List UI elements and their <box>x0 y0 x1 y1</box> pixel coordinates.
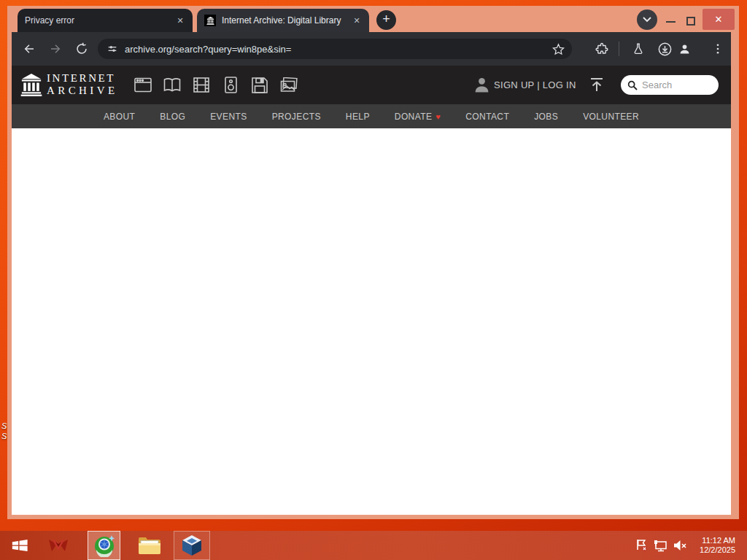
system-tray: 11:12 AM 12/2/2025 <box>635 531 735 560</box>
desktop-icon-label-fragment: S <box>1 432 7 440</box>
video-icon[interactable] <box>193 77 210 93</box>
desktop-icon-label-fragment: S <box>1 421 7 430</box>
internet-archive-navbar: ABOUT BLOG EVENTS PROJECTS HELP DONATE♥ … <box>12 104 731 128</box>
tab-title: Privacy error <box>25 15 174 26</box>
clock-date: 12/2/2025 <box>693 545 735 555</box>
search-input[interactable] <box>642 79 708 90</box>
network-status-icon[interactable] <box>654 540 667 552</box>
browser-titlebar: Privacy error ✕ Internet Archive: Digita… <box>7 6 739 32</box>
nav-item-contact[interactable]: CONTACT <box>465 112 509 122</box>
maximize-button[interactable] <box>686 17 695 26</box>
action-center-flag-icon[interactable] <box>635 539 648 552</box>
windows-logo-icon <box>11 537 28 554</box>
page-content-blank <box>12 128 731 515</box>
folder-icon <box>138 536 161 555</box>
wordmark-line1: INTERNET <box>47 72 117 85</box>
nav-item-volunteer[interactable]: VOLUNTEER <box>583 112 639 122</box>
desktop: S S Privacy error ✕ Internet Archive: Di… <box>0 0 747 560</box>
internet-archive-header: INTERNET ARCHIVE <box>12 66 731 104</box>
tab-internet-archive[interactable]: Internet Archive: Digital Library ✕ <box>197 9 369 32</box>
audio-icon[interactable] <box>222 77 239 93</box>
back-icon[interactable] <box>20 40 38 58</box>
menu-kebab-icon[interactable] <box>709 40 727 58</box>
taskbar: 11:12 AM 12/2/2025 <box>0 531 747 560</box>
tab-privacy-error[interactable]: Privacy error ✕ <box>18 9 193 32</box>
minimize-button[interactable] <box>666 21 676 23</box>
reload-icon[interactable] <box>73 40 90 58</box>
nav-item-help[interactable]: HELP <box>346 112 370 122</box>
nav-item-projects[interactable]: PROJECTS <box>272 112 321 122</box>
nav-item-jobs[interactable]: JOBS <box>534 112 558 122</box>
texts-icon[interactable] <box>163 77 181 93</box>
labs-flask-icon[interactable] <box>630 40 647 58</box>
tab-close-icon[interactable]: ✕ <box>174 14 187 27</box>
site-settings-icon[interactable] <box>107 43 118 55</box>
url-text[interactable]: archive.org/search?query=win8pe&sin= <box>125 44 552 55</box>
browser-window: Privacy error ✕ Internet Archive: Digita… <box>7 6 739 519</box>
close-window-button[interactable]: ✕ <box>703 9 735 30</box>
web-icon[interactable] <box>134 77 152 93</box>
taskbar-app-red-button[interactable] <box>42 531 74 560</box>
software-icon[interactable] <box>251 77 268 93</box>
taskbar-clock[interactable]: 11:12 AM 12/2/2025 <box>693 536 735 555</box>
start-button[interactable] <box>4 531 35 560</box>
nav-item-about[interactable]: ABOUT <box>104 112 135 122</box>
page-viewport: INTERNET ARCHIVE <box>12 66 731 515</box>
virtualbox-cube-icon <box>182 534 202 556</box>
upload-icon[interactable] <box>588 76 605 93</box>
clock-time: 11:12 AM <box>693 536 735 545</box>
tab-search-button[interactable] <box>637 9 657 30</box>
signup-login-link[interactable]: SIGN UP | LOG IN <box>494 66 576 104</box>
heart-icon: ♥ <box>436 112 441 121</box>
wordmark-line2: ARCHIVE <box>47 85 117 97</box>
new-tab-button[interactable]: + <box>376 10 396 30</box>
taskbar-browser-button[interactable] <box>88 531 120 560</box>
profile-icon[interactable] <box>676 40 693 58</box>
account-person-icon[interactable] <box>473 75 491 94</box>
address-bar[interactable]: archive.org/search?query=win8pe&sin= <box>98 39 572 59</box>
bookmark-star-icon[interactable] <box>552 43 565 55</box>
browser-toolbar: archive.org/search?query=win8pe&sin= <box>12 32 731 66</box>
internet-archive-wordmark[interactable]: INTERNET ARCHIVE <box>47 72 117 97</box>
volume-muted-icon[interactable] <box>673 540 687 551</box>
nav-item-donate[interactable]: DONATE♥ <box>395 112 441 122</box>
red-app-icon <box>47 536 69 555</box>
chevron-down-icon <box>643 17 651 23</box>
search-icon <box>627 79 638 91</box>
toolbar-separator <box>619 42 619 56</box>
nav-item-events[interactable]: EVENTS <box>210 112 247 122</box>
images-icon[interactable] <box>280 77 298 93</box>
downloads-icon[interactable] <box>656 40 673 58</box>
site-search-box[interactable] <box>621 75 719 95</box>
taskbar-file-explorer-button[interactable] <box>133 531 166 560</box>
forward-icon[interactable] <box>47 40 64 58</box>
internet-archive-favicon <box>204 15 216 26</box>
media-type-icons <box>134 77 298 93</box>
donate-label: DONATE <box>395 112 433 122</box>
browser-app-icon <box>93 534 116 557</box>
tab-close-icon[interactable]: ✕ <box>350 14 363 27</box>
taskbar-virtualbox-button[interactable] <box>174 531 210 560</box>
tab-title: Internet Archive: Digital Library <box>222 15 350 26</box>
internet-archive-logo[interactable] <box>20 74 42 96</box>
extensions-icon[interactable] <box>593 40 611 58</box>
nav-item-blog[interactable]: BLOG <box>160 112 185 122</box>
